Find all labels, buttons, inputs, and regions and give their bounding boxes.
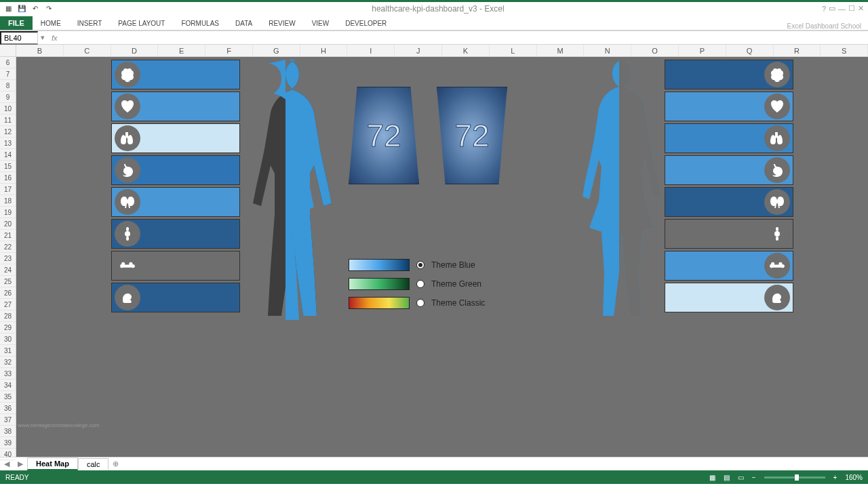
row-header[interactable]: 17 [0,184,16,195]
tab-data[interactable]: DATA [227,17,260,30]
view-page-layout-icon[interactable]: ▤ [724,474,730,481]
col-header[interactable]: M [537,45,585,56]
col-header[interactable]: E [158,45,205,56]
sheet-nav-prev-icon[interactable]: ◀ [0,460,14,468]
row-header[interactable]: 29 [0,322,16,333]
col-header[interactable]: Q [726,45,774,56]
organ-item-stomach[interactable] [665,155,793,185]
organ-item-heart[interactable] [111,92,240,121]
col-header[interactable]: F [205,45,253,56]
row-header[interactable]: 6 [0,57,16,68]
row-header[interactable]: 25 [0,276,16,287]
row-header[interactable]: 34 [0,380,16,391]
row-header[interactable]: 10 [0,103,16,115]
row-header[interactable]: 37 [0,414,16,426]
minimize-icon[interactable]: — [838,5,846,13]
formula-input[interactable] [62,34,868,42]
file-tab[interactable]: FILE [0,16,33,30]
row-header[interactable]: 19 [0,207,16,218]
col-header[interactable]: B [16,45,64,56]
col-header[interactable]: R [774,45,821,56]
theme-option-classic[interactable]: Theme Classic [349,297,485,309]
organ-item-foot[interactable] [111,283,240,312]
ribbon-options-icon[interactable]: ▭ [829,4,835,13]
row-header[interactable]: 23 [0,253,16,264]
new-sheet-icon[interactable]: ⊕ [108,460,123,468]
col-header[interactable]: G [253,45,300,56]
tab-home[interactable]: HOME [33,17,69,30]
namebox-dropdown-icon[interactable]: ▾ [38,33,47,42]
row-header[interactable]: 14 [0,149,16,161]
col-header[interactable]: L [490,45,537,56]
row-header[interactable]: 13 [0,138,16,149]
row-header[interactable]: 38 [0,426,16,437]
row-header[interactable]: 21 [0,230,16,241]
row-header[interactable]: 30 [0,333,16,345]
organ-item-stomach[interactable] [111,155,240,185]
row-header[interactable]: 39 [0,437,16,449]
col-header[interactable]: D [111,45,159,56]
row-header[interactable]: 33 [0,368,16,380]
radio-icon[interactable] [416,280,425,288]
organ-item-joint[interactable] [111,219,240,249]
redo-icon[interactable]: ↷ [43,3,54,14]
row-header[interactable]: 12 [0,126,16,138]
sheet-tab-active[interactable]: Heat Map [27,458,78,470]
worksheet-grid[interactable]: 6789101112131415161718192021222324252627… [0,57,868,457]
row-header[interactable]: 20 [0,218,16,230]
col-header[interactable]: C [64,45,111,56]
col-header[interactable]: J [395,45,442,56]
radio-icon[interactable] [416,261,425,269]
row-header[interactable]: 32 [0,357,16,368]
organ-item-lungs[interactable] [111,123,240,153]
row-header[interactable]: 16 [0,172,16,184]
organ-item-kidneys[interactable] [665,187,793,217]
col-header[interactable]: H [300,45,348,56]
undo-icon[interactable]: ↶ [30,3,41,14]
theme-option-green[interactable]: Theme Green [349,278,485,290]
name-box[interactable] [0,31,38,45]
row-header[interactable]: 8 [0,80,16,92]
row-header[interactable]: 26 [0,287,16,299]
fx-icon[interactable]: fx [47,34,62,42]
col-header[interactable]: K [442,45,490,56]
close-icon[interactable]: ✕ [858,4,864,13]
tab-page-layout[interactable]: PAGE LAYOUT [110,17,173,30]
maximize-icon[interactable]: ☐ [848,4,855,13]
save-icon[interactable]: 💾 [16,3,27,14]
view-normal-icon[interactable]: ▦ [709,474,715,481]
radio-icon[interactable] [416,299,425,307]
col-header[interactable]: P [679,45,726,56]
tab-developer[interactable]: DEVELOPER [337,17,395,30]
row-header[interactable]: 27 [0,299,16,310]
organ-item-lungs[interactable] [665,123,793,153]
organ-item-brain[interactable] [665,60,793,89]
row-header[interactable]: 40 [0,449,16,460]
zoom-level[interactable]: 160% [845,474,863,481]
row-header[interactable]: 28 [0,310,16,322]
row-header[interactable]: 11 [0,115,16,126]
col-header[interactable]: I [347,45,395,56]
organ-item-joint[interactable] [665,219,793,249]
theme-option-blue[interactable]: Theme Blue [349,259,485,271]
row-header[interactable]: 36 [0,403,16,414]
worksheet-canvas[interactable]: 72 72 Theme Blue Theme Green Theme Class… [16,57,868,457]
zoom-in-icon[interactable]: + [833,474,837,481]
organ-item-heart[interactable] [665,92,793,121]
organ-item-foot[interactable] [665,283,793,312]
row-header[interactable]: 9 [0,92,16,103]
row-header[interactable]: 35 [0,391,16,403]
sheet-tab[interactable]: calc [78,458,109,470]
help-icon[interactable]: ? [822,5,826,13]
organ-item-bone[interactable] [111,251,240,281]
row-header[interactable]: 31 [0,345,16,357]
view-page-break-icon[interactable]: ▭ [738,474,744,481]
col-header[interactable]: O [631,45,679,56]
organ-item-kidneys[interactable] [111,187,240,217]
row-header[interactable]: 18 [0,195,16,207]
zoom-out-icon[interactable]: − [752,474,756,481]
sheet-nav-next-icon[interactable]: ▶ [14,460,27,468]
col-header[interactable]: N [584,45,631,56]
zoom-slider[interactable] [764,476,825,479]
row-header[interactable]: 24 [0,264,16,276]
